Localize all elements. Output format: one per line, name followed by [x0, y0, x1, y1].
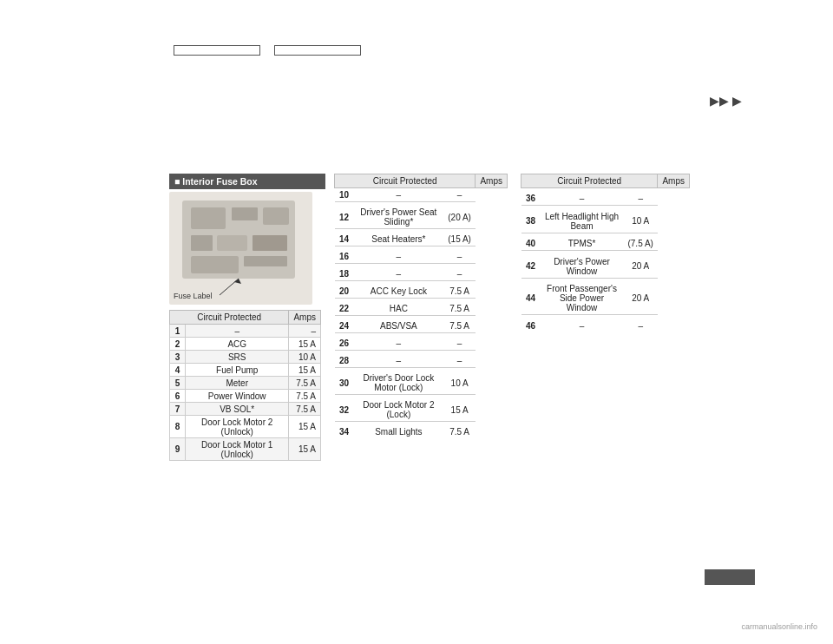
fuse-desc: – [354, 250, 444, 264]
fuse-amps: – [443, 337, 476, 351]
right-circuit-table: Circuit Protected Amps 36 – – 38 Left He… [521, 174, 690, 332]
table-row: 30 Driver's Door Lock Motor (Lock) 10 A [335, 371, 508, 395]
fuse-desc: Seat Heaters* [354, 233, 444, 246]
right-col-header-amps: Amps [658, 174, 690, 188]
svg-rect-3 [232, 207, 258, 220]
fuse-desc: Driver's Power Window [541, 255, 624, 279]
fuse-desc: – [541, 192, 624, 206]
table-row: 12 Driver's Power Seat Sliding* (20 A) [335, 206, 508, 229]
table-row: 46 – – [521, 319, 690, 332]
fuse-desc: Driver's Power Seat Sliding* [354, 206, 444, 229]
mid-col-header-circuit: Circuit Protected [335, 174, 476, 188]
dark-rectangle [705, 569, 755, 585]
fuse-number: 34 [335, 425, 354, 438]
svg-text:Fuse Label: Fuse Label [174, 292, 213, 300]
fuse-desc: Driver's Door Lock Motor (Lock) [354, 371, 444, 395]
mid-col-header-amps: Amps [476, 174, 508, 188]
fuse-amps: 15 A [289, 416, 321, 438]
top-navigation [174, 45, 361, 56]
fuse-number: 30 [335, 371, 354, 395]
fuse-amps: – [289, 325, 321, 338]
fast-forward-icon[interactable]: ▶▶ [710, 94, 729, 108]
right-panel: Circuit Protected Amps 36 – – 38 Left He… [521, 174, 690, 332]
fuse-number: 8 [170, 416, 186, 438]
fuse-desc: – [354, 188, 444, 202]
svg-rect-4 [263, 207, 289, 225]
fuse-desc: Left Headlight High Beam [541, 210, 624, 233]
fuse-amps: 20 A [623, 282, 657, 315]
fuse-number: 38 [521, 210, 541, 233]
fuse-amps: – [623, 192, 657, 206]
fuse-desc: – [354, 337, 444, 351]
fuse-number: 42 [521, 255, 541, 279]
mid-circuit-table: Circuit Protected Amps 10 – – 12 Driver'… [334, 174, 508, 438]
table-row: 3 SRS 10 A [170, 351, 321, 364]
table-row: 32 Door Lock Motor 2 (Lock) 15 A [335, 398, 508, 422]
fuse-amps: 10 A [623, 210, 657, 233]
svg-rect-2 [191, 207, 226, 229]
fuse-amps: 7.5 A [289, 390, 321, 403]
nav-button-1[interactable] [174, 45, 260, 56]
fuse-number: 36 [521, 192, 541, 206]
fuse-amps: (20 A) [443, 206, 476, 229]
fuse-number: 16 [335, 250, 354, 264]
table-row: 42 Driver's Power Window 20 A [521, 255, 690, 279]
fuse-number: 9 [170, 438, 186, 461]
nav-button-2[interactable] [274, 45, 361, 56]
fuse-amps: 15 A [289, 364, 321, 377]
fuse-desc: – [541, 319, 624, 332]
fuse-desc: ACC Key Lock [354, 285, 444, 299]
table-row: 20 ACC Key Lock 7.5 A [335, 285, 508, 299]
mid-panel: Circuit Protected Amps 10 – – 12 Driver'… [334, 174, 508, 438]
fuse-amps: 7.5 A [289, 403, 321, 416]
fuse-number: 26 [335, 337, 354, 351]
fuse-diagram-svg: Fuse Label [169, 192, 312, 305]
watermark: carmanualsonline.info [741, 622, 817, 631]
fuse-number: 6 [170, 390, 186, 403]
fuse-desc: VB SOL* [186, 403, 289, 416]
fuse-desc: Fuel Pump [186, 364, 289, 377]
fuse-number: 22 [335, 302, 354, 316]
table-row: 10 – – [335, 188, 508, 202]
fuse-amps: 7.5 A [443, 425, 476, 438]
fuse-amps: 15 A [443, 398, 476, 422]
table-row: 38 Left Headlight High Beam 10 A [521, 210, 690, 233]
fuse-number: 3 [170, 351, 186, 364]
forward-icon[interactable]: ▶ [732, 94, 742, 108]
fuse-amps: 7.5 A [443, 302, 476, 316]
svg-rect-8 [191, 256, 239, 273]
fuse-number: 18 [335, 267, 354, 281]
table-row: 36 – – [521, 192, 690, 206]
table-row: 24 ABS/VSA 7.5 A [335, 319, 508, 333]
fuse-number: 4 [170, 364, 186, 377]
table-row: 1 – – [170, 325, 321, 338]
table-row: 18 – – [335, 267, 508, 281]
fuse-desc: – [354, 267, 444, 281]
fuse-number: 46 [521, 319, 541, 332]
fuse-number: 14 [335, 233, 354, 246]
fuse-number: 40 [521, 237, 541, 251]
right-col-header-circuit: Circuit Protected [521, 174, 658, 188]
left-panel: Interior Fuse Box Fuse Label [169, 174, 325, 461]
fuse-amps: 10 A [289, 351, 321, 364]
fuse-amps: – [443, 188, 476, 202]
fuse-number: 32 [335, 398, 354, 422]
fuse-desc: Door Lock Motor 2 (Lock) [354, 398, 444, 422]
small-fuse-table: Circuit Protected Amps 1 – – 2 ACG 15 A … [169, 310, 321, 461]
fuse-amps: – [443, 250, 476, 264]
fuse-number: 7 [170, 403, 186, 416]
fuse-desc: Door Lock Motor 1 (Unlock) [186, 438, 289, 461]
table-row: 28 – – [335, 354, 508, 368]
table-row: 4 Fuel Pump 15 A [170, 364, 321, 377]
table-row: 8 Door Lock Motor 2 (Unlock) 15 A [170, 416, 321, 438]
fuse-number: 20 [335, 285, 354, 299]
fuse-desc: HAC [354, 302, 444, 316]
fuse-amps: – [443, 354, 476, 368]
fuse-amps: (7.5 A) [623, 237, 657, 251]
fuse-amps: 7.5 A [289, 377, 321, 390]
fuse-number: 2 [170, 338, 186, 351]
table-row: 6 Power Window 7.5 A [170, 390, 321, 403]
table-row: 14 Seat Heaters* (15 A) [335, 233, 508, 246]
table-row: 26 – – [335, 337, 508, 351]
col-header-circuit: Circuit Protected [170, 311, 289, 325]
